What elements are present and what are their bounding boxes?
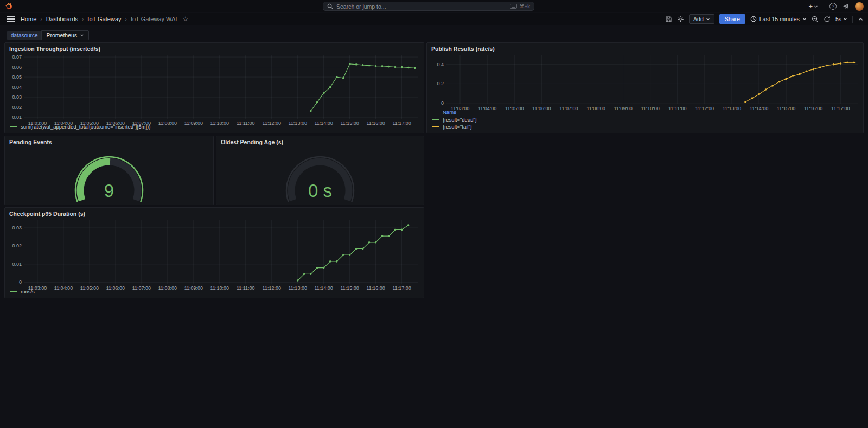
- svg-text:11:16:00: 11:16:00: [804, 106, 822, 111]
- chevron-down-icon: [706, 17, 710, 21]
- svg-text:11:05:00: 11:05:00: [505, 106, 524, 111]
- svg-text:11:09:00: 11:09:00: [184, 120, 203, 126]
- svg-text:0.4: 0.4: [437, 62, 444, 67]
- svg-text:0.02: 0.02: [12, 243, 22, 248]
- svg-text:11:09:00: 11:09:00: [614, 106, 632, 111]
- svg-text:0.03: 0.03: [12, 225, 22, 231]
- breadcrumb-separator: ›: [82, 16, 84, 22]
- svg-text:11:17:00: 11:17:00: [392, 285, 411, 291]
- svg-text:11:05:00: 11:05:00: [80, 285, 99, 291]
- share-button[interactable]: Share: [719, 14, 745, 24]
- series-color-dash-icon: [10, 291, 17, 292]
- svg-text:11:16:00: 11:16:00: [366, 285, 385, 291]
- gauge-chart: 9: [5, 146, 213, 205]
- svg-text:0.07: 0.07: [12, 54, 22, 60]
- favorite-star-icon[interactable]: ☆: [183, 15, 189, 23]
- grafana-logo-icon[interactable]: [4, 2, 13, 11]
- svg-text:11:11:00: 11:11:00: [237, 120, 255, 126]
- dashboard-nav-bar: Home › Dashboards › IoT Gateway › IoT Ga…: [0, 13, 868, 25]
- collapse-chevron-up-icon[interactable]: [858, 16, 864, 22]
- refresh-icon[interactable]: [824, 16, 831, 23]
- timeseries-chart[interactable]: 0.010.020.030.040.050.060.0711:03:0011:0…: [5, 43, 425, 134]
- settings-gear-icon[interactable]: [677, 16, 684, 23]
- panel-ingestion-throughput: Ingestion Throughput (inserted/s) 0.010.…: [4, 42, 424, 133]
- svg-text:11:13:00: 11:13:00: [723, 106, 741, 111]
- svg-text:0.04: 0.04: [12, 85, 22, 90]
- top-bar: Search or jump to... ⌘+k + ?: [0, 0, 868, 12]
- series-color-dash-icon: [10, 126, 17, 127]
- search-icon: [327, 3, 333, 9]
- svg-text:0.06: 0.06: [12, 65, 22, 70]
- svg-text:0: 0: [19, 279, 22, 285]
- svg-text:0.03: 0.03: [12, 94, 22, 100]
- svg-text:11:06:00: 11:06:00: [532, 106, 551, 111]
- chart-legend[interactable]: Name {result="dead"} {result="fail"}: [432, 109, 477, 130]
- search-shortcut: ⌘+k: [510, 3, 530, 9]
- breadcrumb-separator: ›: [125, 16, 127, 22]
- timeseries-chart[interactable]: 00.20.411:03:0011:04:0011:05:0011:06:001…: [427, 43, 864, 134]
- datasource-dropdown[interactable]: Prometheus: [41, 30, 89, 40]
- timeseries-chart[interactable]: 00.010.020.0311:03:0011:04:0011:05:0011:…: [5, 208, 425, 299]
- svg-text:11:13:00: 11:13:00: [289, 285, 307, 291]
- series-color-dash-icon: [432, 119, 439, 120]
- panel-checkpoint-duration: Checkpoint p95 Duration (s) 00.010.020.0…: [4, 207, 424, 298]
- panel-publish-results: Publish Results (rate/s) 00.20.411:03:00…: [426, 42, 864, 133]
- svg-text:11:12:00: 11:12:00: [263, 285, 281, 291]
- svg-text:11:11:00: 11:11:00: [668, 106, 687, 111]
- legend-item[interactable]: runs/s: [10, 288, 35, 295]
- breadcrumb-separator: ›: [40, 16, 42, 22]
- user-avatar[interactable]: [855, 2, 864, 11]
- clock-icon: [750, 16, 757, 22]
- svg-text:11:17:00: 11:17:00: [392, 120, 411, 126]
- svg-text:11:10:00: 11:10:00: [210, 285, 229, 291]
- chevron-down-icon: [802, 17, 807, 21]
- svg-text:11:07:00: 11:07:00: [132, 285, 151, 291]
- zoom-out-icon[interactable]: [812, 16, 819, 23]
- svg-text:11:12:00: 11:12:00: [263, 120, 281, 126]
- legend-header[interactable]: Name: [432, 109, 477, 116]
- svg-text:11:15:00: 11:15:00: [777, 106, 795, 111]
- search-placeholder: Search or jump to...: [336, 3, 386, 10]
- save-dashboard-icon[interactable]: [665, 16, 672, 23]
- divider: [852, 16, 853, 23]
- svg-text:11:16:00: 11:16:00: [366, 120, 385, 126]
- breadcrumb-folder[interactable]: IoT Gateway: [87, 16, 121, 22]
- svg-text:0.01: 0.01: [12, 114, 22, 120]
- svg-text:0: 0: [441, 100, 444, 106]
- chevron-down-icon: [80, 33, 84, 37]
- chart-legend[interactable]: sum(rate(wal_appended_total{outcome="ins…: [10, 123, 150, 130]
- svg-text:11:08:00: 11:08:00: [586, 106, 605, 111]
- breadcrumb-home[interactable]: Home: [21, 16, 36, 22]
- series-color-dash-icon: [432, 126, 439, 127]
- divider: [824, 3, 824, 10]
- svg-text:11:14:00: 11:14:00: [750, 106, 768, 111]
- svg-text:11:08:00: 11:08:00: [158, 120, 177, 126]
- refresh-interval-dropdown[interactable]: 5s: [835, 16, 847, 22]
- svg-text:11:13:00: 11:13:00: [289, 120, 307, 126]
- svg-text:11:17:00: 11:17:00: [831, 106, 850, 111]
- help-icon[interactable]: ?: [829, 3, 837, 10]
- svg-text:11:15:00: 11:15:00: [340, 120, 359, 126]
- svg-text:11:14:00: 11:14:00: [315, 285, 333, 291]
- keyboard-icon: [510, 4, 517, 9]
- legend-item[interactable]: {result="fail"}: [432, 123, 477, 130]
- news-icon[interactable]: [842, 3, 850, 10]
- svg-text:11:07:00: 11:07:00: [559, 106, 578, 111]
- legend-item[interactable]: sum(rate(wal_appended_total{outcome="ins…: [10, 123, 150, 130]
- menu-icon[interactable]: [7, 16, 15, 22]
- new-button[interactable]: +: [808, 2, 818, 10]
- legend-item[interactable]: {result="dead"}: [432, 116, 477, 123]
- top-right-actions: + ?: [808, 0, 864, 12]
- time-range-picker[interactable]: Last 15 minutes: [750, 16, 807, 22]
- chart-legend[interactable]: runs/s: [10, 288, 35, 295]
- chevron-down-icon: [814, 4, 818, 9]
- svg-text:11:10:00: 11:10:00: [641, 106, 659, 111]
- svg-text:0 s: 0 s: [308, 181, 332, 201]
- chevron-down-icon: [843, 17, 847, 21]
- breadcrumb: Home › Dashboards › IoT Gateway › IoT Ga…: [21, 16, 179, 22]
- variable-label: datasource: [7, 31, 41, 40]
- search-input[interactable]: Search or jump to... ⌘+k: [323, 2, 534, 11]
- add-button[interactable]: Add: [689, 14, 714, 24]
- svg-text:0.2: 0.2: [437, 81, 444, 86]
- breadcrumb-dashboards[interactable]: Dashboards: [46, 16, 78, 22]
